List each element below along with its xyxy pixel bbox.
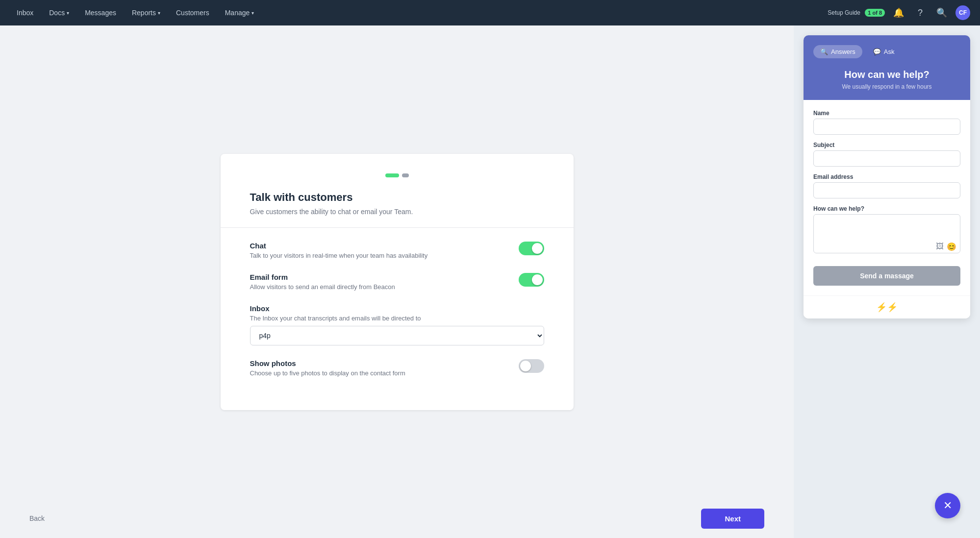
next-button[interactable]: Next: [701, 509, 764, 529]
widget-footer: ⚡⚡: [804, 295, 970, 318]
chat-desc: Talk to your visitors in real-time when …: [250, 252, 509, 259]
setup-guide-label: Setup Guide 1 of 8: [828, 9, 885, 16]
progress-dot-1: [385, 173, 399, 177]
help-widget: 🔍 Answers 💬 Ask How can we help? We usua…: [804, 35, 970, 318]
manage-chevron-icon: ▾: [251, 10, 254, 16]
show-photos-toggle-track[interactable]: [519, 359, 544, 373]
docs-chevron-icon: ▾: [67, 10, 69, 16]
navbar: Inbox Docs ▾ Messages Reports ▾ Customer…: [0, 0, 980, 25]
progress-dots: [250, 173, 544, 177]
inbox-select[interactable]: p4p Support Sales: [250, 326, 544, 345]
wizard-title: Talk with customers: [250, 191, 544, 204]
message-icon: 💬: [873, 48, 881, 55]
search-icon-small: 🔍: [820, 48, 828, 55]
chat-setting-row: Chat Talk to your visitors in real-time …: [250, 242, 544, 259]
tab-answers[interactable]: 🔍 Answers: [813, 45, 862, 58]
show-photos-toggle[interactable]: [519, 359, 544, 373]
email-form-toggle[interactable]: [519, 273, 544, 287]
reports-chevron-icon: ▾: [158, 10, 160, 16]
back-button[interactable]: Back: [29, 511, 45, 526]
avatar[interactable]: CF: [955, 5, 970, 20]
chat-setting-info: Chat Talk to your visitors in real-time …: [250, 242, 509, 259]
message-label: How can we help?: [813, 205, 960, 212]
nav-inbox[interactable]: Inbox: [10, 5, 40, 21]
textarea-icons: 🖼 😊: [936, 242, 956, 251]
search-icon[interactable]: 🔍: [934, 5, 950, 21]
nav-manage[interactable]: Manage ▾: [218, 5, 261, 21]
name-input[interactable]: [813, 119, 960, 135]
wizard-subtitle: Give customers the ability to chat or em…: [250, 208, 544, 216]
email-form-setting-info: Email form Allow visitors to send an ema…: [250, 273, 509, 291]
close-icon: ✕: [943, 499, 952, 512]
notifications-icon[interactable]: 🔔: [891, 5, 906, 21]
show-photos-setting-info: Show photos Choose up to five photos to …: [250, 359, 509, 377]
message-field-group: How can we help? 🖼 😊: [813, 205, 960, 255]
emoji-icon[interactable]: 😊: [947, 242, 956, 251]
show-photos-setting-row: Show photos Choose up to five photos to …: [250, 359, 544, 377]
email-form-setting-row: Email form Allow visitors to send an ema…: [250, 273, 544, 291]
show-photos-toggle-thumb: [520, 361, 531, 371]
nav-right: Setup Guide 1 of 8 🔔 ? 🔍 CF: [828, 5, 970, 21]
email-input[interactable]: [813, 182, 960, 198]
subject-field-group: Subject: [813, 142, 960, 167]
bottom-bar: Back Next: [0, 499, 794, 538]
setup-badge: 1 of 8: [865, 9, 885, 17]
chat-toggle-thumb: [532, 243, 543, 254]
email-field-group: Email address: [813, 173, 960, 198]
tab-ask[interactable]: 💬 Ask: [866, 45, 902, 58]
name-field-group: Name: [813, 110, 960, 135]
close-fab[interactable]: ✕: [935, 493, 960, 518]
nav-docs[interactable]: Docs ▾: [42, 5, 76, 21]
inbox-desc: The Inbox your chat transcripts and emai…: [250, 315, 544, 322]
branding-icon: ⚡⚡: [876, 302, 898, 312]
inbox-select-wrap: p4p Support Sales: [250, 326, 544, 345]
send-button[interactable]: Send a massage: [813, 266, 960, 286]
main-area: Talk with customers Give customers the a…: [0, 25, 980, 538]
show-photos-label: Show photos: [250, 359, 509, 367]
nav-reports[interactable]: Reports ▾: [125, 5, 167, 21]
email-form-desc: Allow visitors to send an email directly…: [250, 283, 509, 291]
left-panel: Talk with customers Give customers the a…: [0, 25, 794, 538]
nav-messages[interactable]: Messages: [78, 5, 123, 21]
wizard-card: Talk with customers Give customers the a…: [221, 154, 574, 410]
subject-input[interactable]: [813, 150, 960, 167]
help-icon[interactable]: ?: [912, 5, 928, 21]
email-form-toggle-track[interactable]: [519, 273, 544, 287]
email-form-toggle-thumb: [532, 274, 543, 285]
inbox-setting-info: Inbox The Inbox your chat transcripts an…: [250, 304, 544, 322]
inbox-row-top: Inbox The Inbox your chat transcripts an…: [250, 304, 544, 322]
widget-body: Name Subject Email address How can we he…: [804, 100, 970, 295]
textarea-wrap: 🖼 😊: [813, 214, 960, 255]
divider: [221, 227, 574, 228]
email-label: Email address: [813, 173, 960, 180]
name-label: Name: [813, 110, 960, 117]
attachment-icon[interactable]: 🖼: [936, 242, 944, 251]
show-photos-desc: Choose up to five photos to display on t…: [250, 369, 509, 377]
right-panel: 🔍 Answers 💬 Ask How can we help? We usua…: [794, 25, 980, 538]
subject-label: Subject: [813, 142, 960, 148]
widget-hero: How can we help? We usually respond in a…: [813, 64, 960, 90]
inbox-setting-row: Inbox The Inbox your chat transcripts an…: [250, 304, 544, 345]
email-form-label: Email form: [250, 273, 509, 281]
chat-toggle-track[interactable]: [519, 242, 544, 255]
chat-label: Chat: [250, 242, 509, 250]
widget-header: 🔍 Answers 💬 Ask How can we help? We usua…: [804, 35, 970, 100]
inbox-label: Inbox: [250, 304, 544, 313]
progress-dot-2: [402, 173, 409, 177]
nav-left: Inbox Docs ▾ Messages Reports ▾ Customer…: [10, 5, 828, 21]
widget-tabs: 🔍 Answers 💬 Ask: [813, 45, 960, 58]
nav-customers[interactable]: Customers: [169, 5, 216, 21]
chat-toggle[interactable]: [519, 242, 544, 255]
